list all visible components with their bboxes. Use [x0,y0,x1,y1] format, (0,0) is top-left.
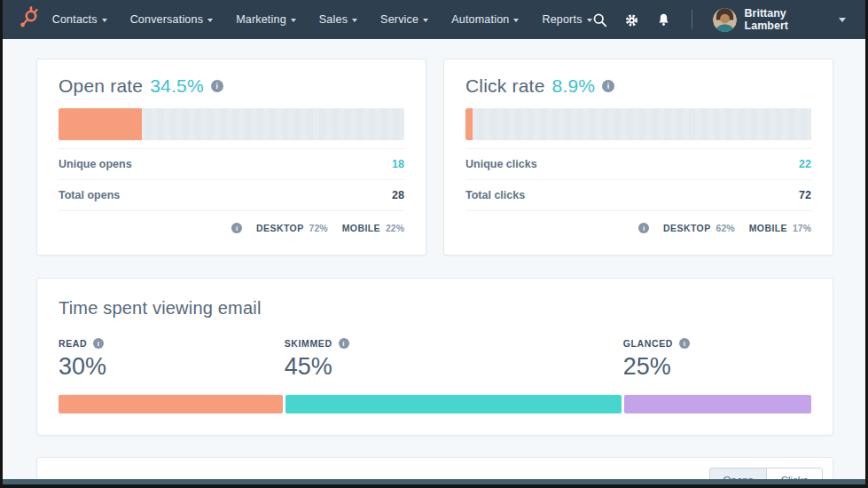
table-row: Total clicks 72 [465,180,811,211]
stat-label: Total opens [59,189,120,201]
nav-item-reports[interactable]: Reports [542,13,591,26]
chevron-down-icon [207,19,213,22]
open-rate-bar [59,108,404,140]
app-window: Contacts Conversations Marketing Sales S… [0,0,868,488]
nav-item-conversations[interactable]: Conversations [130,13,214,26]
avatar [713,8,737,32]
table-row: Unique opens 18 [59,149,404,180]
info-icon[interactable]: i [638,223,649,233]
chevron-down-icon [839,18,846,22]
main-menu: Contacts Conversations Marketing Sales S… [52,13,592,26]
top-nav: Contacts Conversations Marketing Sales S… [3,0,865,39]
hubspot-logo[interactable] [13,6,43,33]
info-icon[interactable]: i [602,80,614,92]
hubspot-sprocket-icon [17,6,40,33]
stat-value: 28 [392,189,404,201]
segment-label: SKIMMED [285,338,332,349]
segment-label: GLANCED [623,338,673,349]
opens-clicks-toggle: Opens Clicks [709,468,823,488]
dashboard-content: Open rate 34.5% i Unique opens 18 Total … [3,39,865,488]
time-label-block: READi 30% [59,338,106,381]
chevron-down-icon [352,19,357,22]
time-spent-title: Time spent viewing email [59,298,811,319]
chevron-down-icon [513,19,519,22]
stat-label: Unique opens [59,158,132,170]
info-icon[interactable]: i [679,338,690,349]
window-bottom-edge [3,479,865,484]
open-rate-card: Open rate 34.5% i Unique opens 18 Total … [36,59,426,256]
segment-value: 25% [623,353,690,381]
info-icon[interactable]: i [211,80,223,92]
mobile-label: MOBILE [749,223,787,233]
segment-value: 30% [59,353,106,381]
open-rate-bar-fill [59,108,142,140]
nav-item-contacts[interactable]: Contacts [52,13,107,26]
time-segment[interactable] [624,395,811,413]
nav-item-automation[interactable]: Automation [451,13,519,26]
stat-label: Unique clicks [465,158,537,170]
chevron-down-icon [102,19,107,22]
search-icon[interactable] [592,12,607,28]
info-icon[interactable]: i [231,223,242,233]
notifications-bell-icon[interactable] [656,12,671,28]
nav-item-sales[interactable]: Sales [319,13,357,26]
click-rate-value: 8.9% [552,75,596,97]
chevron-down-icon [423,19,428,22]
time-segment[interactable] [59,395,283,413]
click-rate-card: Click rate 8.9% i Unique clicks 22 Total… [443,59,833,256]
time-label-block: SKIMMEDi 45% [285,338,349,381]
segment-label: READ [59,338,87,349]
stat-value: 72 [799,189,811,201]
mobile-label: MOBILE [342,223,380,233]
chevron-down-icon [291,19,296,22]
mobile-value: 17% [793,223,811,233]
open-rate-value: 34.5% [150,75,204,97]
time-spent-stacked-bar [59,395,811,413]
device-breakdown: i DESKTOP 72% MOBILE 22% [59,211,404,233]
open-rate-title: Open rate 34.5% i [59,75,404,97]
info-icon[interactable]: i [339,338,349,349]
user-menu[interactable]: Brittany Lambert [713,7,846,32]
stat-value[interactable]: 18 [392,158,404,170]
time-spent-card: Time spent viewing email READi 30% SKIMM… [36,278,833,436]
table-row: Unique clicks 22 [465,149,811,180]
desktop-value: 72% [309,223,328,233]
mobile-value: 22% [386,223,404,233]
info-icon[interactable]: i [93,338,104,349]
nav-utilities: Brittany Lambert [592,7,846,32]
stat-label: Total clicks [465,189,525,201]
segment-value: 45% [285,353,349,381]
stat-value[interactable]: 22 [799,158,811,170]
table-row: Total opens 28 [59,180,404,211]
user-name: Brittany Lambert [745,7,831,32]
device-breakdown: i DESKTOP 62% MOBILE 17% [465,211,811,233]
click-rate-title: Click rate 8.9% i [465,75,811,97]
time-spent-labels: READi 30% SKIMMEDi 45% GLANCEDi 25% [59,338,811,393]
click-rate-bar [465,108,811,140]
time-label-block: GLANCEDi 25% [623,338,690,381]
opens-toggle-button[interactable]: Opens [709,468,766,488]
desktop-label: DESKTOP [663,223,711,233]
time-segment[interactable] [285,395,622,413]
settings-gear-icon[interactable] [624,12,639,28]
nav-item-service[interactable]: Service [380,13,428,26]
nav-item-marketing[interactable]: Marketing [236,13,296,26]
desktop-label: DESKTOP [256,223,304,233]
click-rate-bar-fill [465,108,473,140]
clicks-toggle-button[interactable]: Clicks [766,468,823,488]
nav-divider [692,10,692,29]
desktop-value: 62% [716,223,735,233]
